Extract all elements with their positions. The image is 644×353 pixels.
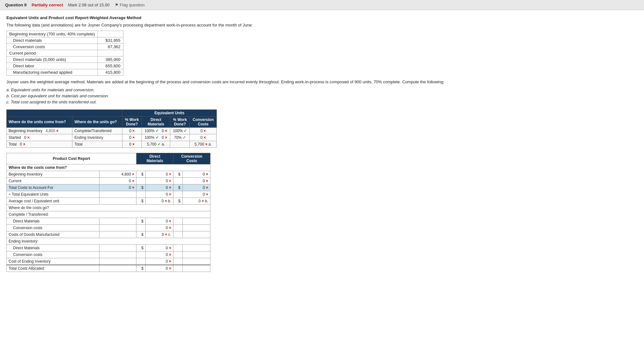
- conv-val: 5,700: [194, 142, 204, 146]
- top-bar: Question 9 Partially correct Mark 2.08 o…: [0, 0, 644, 10]
- eu-row-beginning: Beginning Inventory 4,800 × Complete/Tra…: [7, 128, 217, 134]
- pcr-conv-val: [182, 225, 210, 231]
- table-row: Conversion costs 87,362: [7, 44, 123, 50]
- pct-val: 0: [129, 142, 131, 146]
- pcr-total-val: [99, 265, 136, 272]
- conv-val-cell: 0 ×: [190, 134, 217, 141]
- dm-cross: ×: [165, 135, 167, 140]
- pcr-conv-dollar: [173, 245, 183, 252]
- pcr-total-val: 4,800 ×: [99, 171, 136, 178]
- pcr-conv-dollar: [173, 231, 183, 238]
- pcr-total-val: [99, 231, 136, 238]
- row-value: 87,362: [98, 44, 123, 50]
- pct-cross: ×: [132, 142, 135, 146]
- pcr-dm-dollar: $: [136, 184, 146, 191]
- pcr-label: Beginning Inventory: [7, 171, 99, 178]
- col-conv: ConversionCosts: [190, 116, 217, 128]
- col-pct-work: % WorkDone?: [122, 116, 142, 128]
- dm-pct: 100%: [144, 135, 154, 140]
- pcr-dm-dollar: [136, 225, 146, 231]
- pcr-section-header: Complete / Transferred:: [7, 211, 210, 218]
- pcr-row-dm-transferred: Direct Materials $ 0 ×: [7, 218, 210, 225]
- pcr-section-header: Ending Inventory:: [7, 238, 210, 245]
- cross-icon: ×: [169, 226, 171, 230]
- pcr-conv-val: [182, 245, 210, 252]
- pcr-row-total-allocated: Total Costs Allocated $ 0 ×: [7, 265, 210, 272]
- pcr-dm-val: 0 ×: [145, 245, 173, 252]
- conv-cross: ×: [205, 142, 208, 146]
- cross-icon: ×: [132, 179, 134, 183]
- pcr-dm-val: 0 ×: [145, 252, 173, 258]
- pcr-dm-val: 0 ×: [145, 258, 173, 265]
- pcr-row-conv-transferred: Conversion costs 0 ×: [7, 225, 210, 231]
- pcr-row-div-eu: ÷ Total Equivalent Units 0 × 0 ×: [7, 191, 210, 198]
- row-label: Beginning inventory (700 units, 40% comp…: [7, 31, 98, 37]
- dm-val: 5,700: [147, 142, 157, 146]
- pcr-dm-val: 0 ×: [145, 191, 173, 198]
- row-value: [98, 31, 123, 37]
- pcr-total-val: 0 ×: [99, 184, 136, 191]
- pcr-dm-dollar: [136, 252, 146, 258]
- pcr-dm-dollar: $: [136, 231, 146, 238]
- pcr-total-val: [99, 225, 136, 231]
- pcr-section-header: Where do the costs come from?: [7, 164, 210, 171]
- cross-icon: ×: [132, 185, 134, 190]
- table-row: Direct labor 655,600: [7, 63, 123, 69]
- pcr-dm-dollar: $: [136, 198, 146, 205]
- pcr-conv-dollar: [173, 252, 183, 258]
- pcr-conv-dollar: [173, 218, 183, 225]
- conv-total-cell: 5,700 × a.: [190, 141, 217, 148]
- part-a: a. Equivalent units for materials and co…: [6, 87, 638, 92]
- from-cell: Beginning Inventory 4,800 ×: [7, 128, 72, 134]
- pcr-row-beginning: Beginning Inventory 4,800 × $ 0 × $ 0 ×: [7, 171, 210, 178]
- pcr-dm-val: 0 × b.: [145, 198, 173, 205]
- conv-val-cell: 0 ×: [190, 128, 217, 134]
- flag-question-button[interactable]: ⚑ Flag question: [115, 3, 145, 7]
- pcr-dm-val: 0 ×: [145, 171, 173, 178]
- conv-pct-cell: 70% ✓: [170, 134, 190, 141]
- pcr-dm-val: 0 ×: [145, 265, 173, 272]
- part-b: b. Cost per equivalent unit for material…: [6, 94, 638, 98]
- dm-check: ✓: [156, 129, 159, 133]
- pcr-section: Product Cost Report DirectMaterials Conv…: [6, 153, 638, 272]
- conv-pct-cell: [170, 141, 190, 148]
- status-badge: Partially correct: [32, 3, 63, 7]
- pcr-label: Total Costs Allocated: [7, 265, 99, 272]
- conv-pct: 100%: [173, 129, 183, 133]
- pcr-total-val: 0 ×: [99, 178, 136, 184]
- cross-icon: ×: [206, 172, 208, 177]
- table-row: Direct materials $31,955: [7, 37, 123, 44]
- pcr-conv-val: 0 × b.: [182, 198, 210, 205]
- pcr-dm-dollar: $: [136, 218, 146, 225]
- to-cell: Total: [72, 141, 122, 148]
- conv-check: ✓: [183, 135, 186, 140]
- to-cell: Ending Inventory: [72, 134, 122, 141]
- description-text: Joyner uses the weighted average method.…: [6, 79, 638, 84]
- row-label: Conversion costs: [7, 44, 98, 50]
- eu-header-row: Where do the units come from? Where do t…: [7, 116, 217, 128]
- cross-icon: ×: [169, 259, 171, 264]
- dm-label: a.: [162, 142, 165, 146]
- pcr-row-cost-ending: Cost of Ending Inventory 0 ×: [7, 258, 210, 265]
- from-cross: ×: [56, 129, 58, 133]
- eu-title-row: Equivalent Units: [7, 110, 217, 116]
- pct-cross: ×: [132, 135, 135, 140]
- pcr-row-avg-cost: Average cost / Equivalent unit $ 0 × b. …: [7, 198, 210, 205]
- pcr-section-header: Where do the costs go?: [7, 205, 210, 211]
- eu-row-started: Started 0 × Ending Inventory 0 × 100% ✓ …: [7, 134, 217, 141]
- pcr-conv-val: 0 ×: [182, 184, 210, 191]
- pcr-conv-val: [182, 265, 210, 272]
- pct-work-cell: 0 ×: [122, 128, 142, 134]
- pcr-conv-dollar: $: [173, 198, 183, 205]
- pcr-dm-dollar: [136, 191, 146, 198]
- dm-cross: ×: [165, 129, 167, 133]
- eu-table: Equivalent Units Where do the units come…: [6, 109, 217, 148]
- section-title: Equivalent Units and Product cost Report…: [6, 15, 638, 20]
- pcr-dm-dollar: [136, 258, 146, 265]
- cross-icon: ×: [169, 252, 171, 257]
- cross-icon: ×: [169, 172, 171, 177]
- cross-icon: ×: [169, 192, 171, 197]
- pcr-ending-header: Ending Inventory:: [7, 238, 210, 245]
- pcr-row-dm-ending: Direct Materials $ 0 ×: [7, 245, 210, 252]
- conv-pct-cell: 100% ✓: [170, 128, 190, 134]
